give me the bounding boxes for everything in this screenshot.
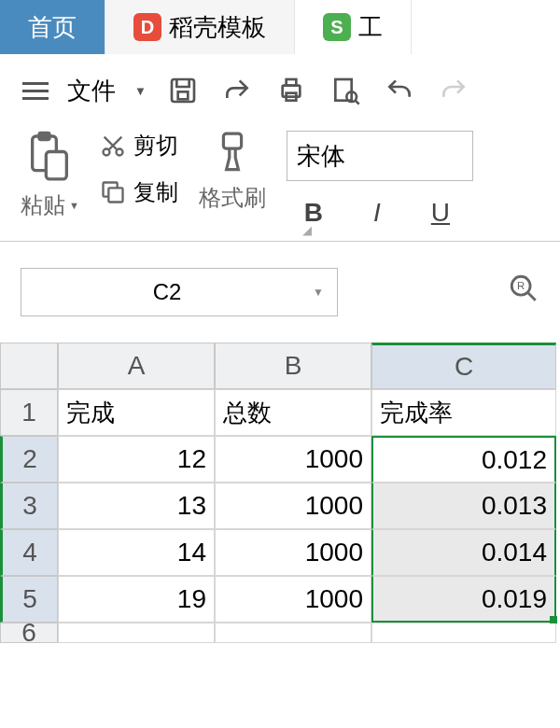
font-name-input[interactable] bbox=[287, 131, 473, 181]
row-header-1[interactable]: 1 bbox=[0, 389, 58, 436]
cell-c3[interactable]: 0.013 bbox=[371, 483, 556, 529]
paste-label: 粘贴 bbox=[21, 190, 65, 220]
copy-button[interactable]: 复制 bbox=[100, 177, 178, 207]
file-menu-label[interactable]: 文件 bbox=[67, 75, 116, 107]
col-header-c[interactable]: C bbox=[371, 343, 556, 389]
tab-workspace[interactable]: S 工 bbox=[295, 0, 412, 54]
cut-label: 剪切 bbox=[133, 131, 178, 161]
cut-button[interactable]: 剪切 bbox=[100, 131, 178, 161]
row-1: 1 完成 总数 完成率 bbox=[0, 389, 560, 436]
cell-c2[interactable]: 0.012 bbox=[371, 436, 556, 483]
cell-a5[interactable]: 19 bbox=[58, 576, 215, 623]
cell-c5[interactable]: 0.019 bbox=[371, 576, 556, 623]
format-painter-label: 格式刷 bbox=[199, 183, 266, 213]
column-header-row: A B C bbox=[0, 343, 560, 389]
docer-icon: D bbox=[133, 13, 161, 41]
col-header-a[interactable]: A bbox=[58, 343, 215, 389]
cell-a4[interactable]: 14 bbox=[58, 529, 215, 576]
tab-template-label: 稻壳模板 bbox=[169, 11, 266, 44]
sheet-icon: S bbox=[323, 13, 351, 41]
underline-button[interactable]: U bbox=[427, 198, 455, 228]
cell-b1[interactable]: 总数 bbox=[215, 389, 371, 436]
share-button[interactable] bbox=[219, 73, 255, 108]
cell-b5[interactable]: 1000 bbox=[215, 576, 371, 623]
font-group: B I U bbox=[287, 131, 539, 228]
row-6: 6 bbox=[0, 623, 560, 643]
select-all-corner[interactable] bbox=[0, 343, 58, 389]
ribbon-home: 粘贴▼ 剪切 复制 格式刷 B I U ◢ bbox=[0, 121, 560, 242]
svg-rect-13 bbox=[108, 188, 122, 202]
redo-button[interactable] bbox=[436, 73, 471, 108]
svg-rect-1 bbox=[178, 91, 189, 99]
cut-copy-group: 剪切 复制 bbox=[100, 131, 178, 228]
chevron-down-icon: ▼ bbox=[69, 200, 79, 211]
col-header-b[interactable]: B bbox=[215, 343, 371, 389]
save-button[interactable] bbox=[165, 73, 201, 108]
cell-b6[interactable] bbox=[215, 623, 371, 643]
chevron-down-icon[interactable]: ▼ bbox=[313, 286, 324, 299]
svg-rect-5 bbox=[335, 79, 351, 101]
italic-button[interactable]: I bbox=[363, 198, 391, 228]
cell-b3[interactable]: 1000 bbox=[215, 483, 371, 529]
spreadsheet-grid[interactable]: A B C 1 完成 总数 完成率 2 12 1000 0.012 3 13 1… bbox=[0, 343, 560, 643]
hamburger-icon[interactable] bbox=[22, 82, 49, 100]
tab-home-label: 首页 bbox=[28, 11, 77, 44]
row-header-5[interactable]: 5 bbox=[0, 576, 58, 623]
cell-c4[interactable]: 0.014 bbox=[371, 529, 556, 576]
svg-rect-9 bbox=[47, 152, 67, 179]
print-preview-button[interactable] bbox=[328, 73, 363, 108]
copy-label: 复制 bbox=[133, 177, 178, 207]
dialog-launcher-icon[interactable]: ◢ bbox=[302, 223, 312, 237]
row-header-4[interactable]: 4 bbox=[0, 529, 58, 576]
namebox-row: C2 ▼ R bbox=[0, 242, 560, 322]
svg-point-10 bbox=[103, 149, 109, 156]
undo-button[interactable] bbox=[382, 73, 417, 108]
paste-button[interactable]: 粘贴▼ bbox=[21, 131, 79, 228]
row-4: 4 14 1000 0.014 bbox=[0, 529, 560, 576]
cell-b4[interactable]: 1000 bbox=[215, 529, 371, 576]
tab-workspace-label: 工 bbox=[358, 11, 383, 44]
svg-rect-8 bbox=[39, 133, 49, 139]
row-5: 5 19 1000 0.019 bbox=[0, 576, 560, 623]
cell-c6[interactable] bbox=[371, 623, 556, 643]
row-3: 3 13 1000 0.013 bbox=[0, 483, 560, 529]
cell-a3[interactable]: 13 bbox=[58, 483, 215, 529]
row-header-6[interactable]: 6 bbox=[0, 623, 58, 643]
name-box-value: C2 bbox=[21, 279, 313, 305]
row-2: 2 12 1000 0.012 bbox=[0, 436, 560, 483]
cell-a6[interactable] bbox=[58, 623, 215, 643]
cell-b2[interactable]: 1000 bbox=[215, 436, 371, 483]
svg-point-11 bbox=[116, 149, 122, 156]
row-header-3[interactable]: 3 bbox=[0, 483, 58, 529]
search-icon[interactable]: R bbox=[508, 273, 539, 312]
tab-template[interactable]: D 稻壳模板 bbox=[105, 0, 295, 54]
svg-rect-14 bbox=[223, 133, 241, 148]
format-painter-button[interactable]: 格式刷 bbox=[199, 131, 266, 228]
cell-a1[interactable]: 完成 bbox=[58, 389, 215, 436]
print-button[interactable] bbox=[273, 73, 309, 108]
svg-rect-3 bbox=[287, 79, 297, 86]
file-menu-row: 文件 ▼ bbox=[0, 54, 560, 121]
tab-bar: 首页 D 稻壳模板 S 工 bbox=[0, 0, 560, 54]
chevron-down-icon[interactable]: ▼ bbox=[134, 84, 147, 98]
row-header-2[interactable]: 2 bbox=[0, 436, 58, 483]
cell-c1[interactable]: 完成率 bbox=[371, 389, 556, 436]
svg-text:R: R bbox=[517, 280, 525, 291]
cell-a2[interactable]: 12 bbox=[58, 436, 215, 483]
name-box[interactable]: C2 ▼ bbox=[21, 268, 338, 316]
tab-home[interactable]: 首页 bbox=[0, 0, 105, 54]
